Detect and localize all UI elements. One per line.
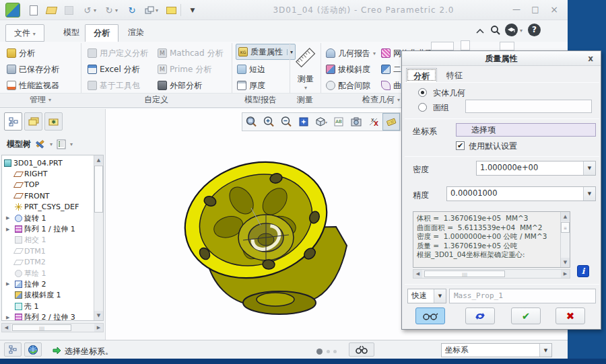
- solid-geometry-radio[interactable]: [418, 88, 427, 97]
- tab-file[interactable]: 文件 ▾: [5, 24, 44, 42]
- zoom-in-button[interactable]: [260, 113, 277, 131]
- selection-filter-dropdown[interactable]: 坐标系 ▼: [441, 343, 552, 357]
- model-3d-part[interactable]: [160, 151, 402, 333]
- search-button[interactable]: [490, 25, 501, 38]
- scroll-down-arrow[interactable]: ▼: [94, 311, 103, 320]
- scroll-right-arrow[interactable]: ▶: [561, 270, 570, 278]
- scrollbar-thumb[interactable]: [94, 166, 103, 213]
- redo-dropdown[interactable]: ▾: [113, 3, 120, 17]
- tree-item-dtm1[interactable]: DTM1: [2, 246, 103, 256]
- scrollbar-thumb[interactable]: ≡: [561, 222, 570, 233]
- zoom-out-button[interactable]: [277, 113, 295, 131]
- tree-filter-list-icon[interactable]: [57, 139, 66, 149]
- help-button[interactable]: ?: [528, 24, 541, 36]
- minimize-button[interactable]: —: [509, 4, 524, 15]
- quilt-collector-field[interactable]: [465, 100, 592, 113]
- expand-arrow-icon[interactable]: ▶: [6, 227, 13, 232]
- close-button[interactable]: ×: [547, 4, 562, 15]
- scrollbar-thumb[interactable]: ||||: [12, 324, 71, 331]
- ribbon-item-draft-check[interactable]: 拔模斜度: [326, 62, 370, 77]
- dialog-tab-analysis[interactable]: 分析: [406, 68, 437, 82]
- tree-vertical-scrollbar[interactable]: ▲ ▼: [94, 155, 103, 320]
- tree-item-extrude-2[interactable]: ▶拉伸 2: [2, 279, 103, 289]
- expand-arrow-icon[interactable]: ▶: [6, 315, 13, 320]
- ok-button[interactable]: ✔: [511, 307, 541, 324]
- density-combo[interactable]: 1.000000e+00 ▼: [476, 161, 596, 176]
- tree-item-datum-top[interactable]: TOP: [2, 180, 103, 190]
- ribbon-item-performance-monitor[interactable]: 性能监视器: [7, 78, 59, 93]
- open-file-button[interactable]: [43, 3, 59, 17]
- dialog-tab-feature[interactable]: 特征: [440, 68, 469, 82]
- regenerate-button[interactable]: ↻: [124, 3, 140, 17]
- navigator-tab-favorites[interactable]: ✱: [44, 112, 63, 131]
- results-text-area[interactable]: 体积 = 1.3670619e+05 MM^3 曲面面积 = 5.6113539…: [413, 211, 570, 268]
- results-vertical-scrollbar[interactable]: ▲ ≡ ▼: [560, 212, 570, 267]
- tree-item-draft[interactable]: 拔模斜度 1: [2, 290, 103, 301]
- repaint-button[interactable]: [295, 113, 312, 131]
- more-commands-button[interactable]: ▼: [184, 3, 201, 17]
- saved-orientations-button[interactable]: AB: [330, 113, 347, 131]
- windows-dropdown[interactable]: ▾: [154, 3, 160, 17]
- ribbon-item-excel-analysis[interactable]: Excel 分析: [88, 62, 140, 77]
- collapse-ribbon-button[interactable]: [475, 27, 485, 36]
- tree-item-part[interactable]: 3D01_04.PRT: [2, 157, 103, 168]
- learning-center-dropdown[interactable]: ▾: [520, 28, 523, 34]
- datum-display-button[interactable]: xX: [365, 113, 382, 131]
- ribbon-item-fit-clearance[interactable]: 配合间隙: [326, 78, 370, 93]
- tree-horizontal-scrollbar[interactable]: ◀ ▶ ||||: [1, 323, 104, 332]
- expand-arrow-icon[interactable]: ▶: [6, 215, 13, 221]
- undo-dropdown[interactable]: ▾: [92, 3, 98, 17]
- ribbon-item-saved-analyses[interactable]: 已保存分析: [7, 62, 59, 77]
- use-default-checkbox[interactable]: ✔: [456, 141, 465, 150]
- quilt-radio[interactable]: [418, 103, 427, 112]
- ribbon-item-thickness[interactable]: 厚度: [237, 78, 265, 93]
- ribbon-item-geometry-report[interactable]: 几何报告▾: [326, 46, 376, 61]
- expand-arrow-icon[interactable]: ▶: [6, 281, 13, 287]
- tab-model[interactable]: 模型: [55, 24, 88, 42]
- results-horizontal-scrollbar[interactable]: ◀ ▶ ||||: [413, 269, 570, 279]
- dialog-close-button[interactable]: x: [584, 52, 597, 65]
- accuracy-combo[interactable]: 0.00001000 ▼: [446, 186, 596, 201]
- tree-tools-icon[interactable]: [35, 139, 46, 149]
- new-file-button[interactable]: [26, 3, 42, 17]
- filter-dropdown-arrow-icon[interactable]: ▼: [539, 344, 551, 357]
- scroll-left-arrow[interactable]: ◀: [2, 324, 11, 332]
- tree-tools-caret[interactable]: ▾: [50, 141, 53, 147]
- view-manager-button[interactable]: [347, 113, 365, 131]
- maximize-button[interactable]: □: [528, 4, 543, 15]
- cancel-button[interactable]: ✖: [556, 307, 585, 324]
- repeat-button[interactable]: [465, 307, 495, 324]
- tree-item-datum-front[interactable]: FRONT: [2, 190, 103, 201]
- browser-button[interactable]: [24, 342, 42, 357]
- ribbon-item-mass-properties[interactable]: KG质量属性▾: [236, 44, 296, 60]
- tree-item-shell[interactable]: 壳 1: [2, 301, 103, 312]
- close-window-button[interactable]: [163, 3, 179, 17]
- display-style-button[interactable]: ▾: [312, 113, 330, 131]
- scroll-up-arrow[interactable]: ▲: [94, 155, 103, 165]
- tree-item-pattern-1[interactable]: ▶阵列 1 / 拉伸 1: [2, 223, 103, 234]
- tab-render[interactable]: 渲染: [120, 24, 152, 42]
- ribbon-item-analysis[interactable]: 分析: [7, 46, 35, 61]
- mode-dropdown-arrow-icon[interactable]: ▼: [434, 289, 446, 303]
- info-button[interactable]: i: [577, 265, 589, 277]
- tree-item-dtm2[interactable]: DTM2: [2, 257, 103, 268]
- scrollbar-thumb[interactable]: ||||: [424, 270, 505, 277]
- learning-center-button[interactable]: [505, 24, 518, 36]
- ribbon-item-short-edge[interactable]: 短边: [237, 62, 265, 77]
- tree-filter-caret[interactable]: ▾: [70, 141, 73, 147]
- analysis-name-field[interactable]: Mass_Prop_1: [449, 289, 596, 303]
- navigator-tab-model-tree[interactable]: [4, 112, 22, 131]
- analysis-mode-dropdown[interactable]: 快速 ▼: [407, 289, 446, 303]
- ribbon-group-manage[interactable]: 管理▾: [0, 93, 81, 106]
- ribbon-item-external-analysis[interactable]: 外部分析: [158, 78, 202, 93]
- accuracy-dropdown-arrow-icon[interactable]: ▼: [583, 187, 595, 201]
- navigator-tab-folder-browser[interactable]: [24, 112, 42, 131]
- find-button[interactable]: [349, 342, 374, 357]
- tree-item-datum-right[interactable]: RIGHT: [2, 168, 103, 179]
- tree-item-revolve[interactable]: ▶旋转 1: [2, 213, 103, 223]
- tree-item-pattern-2[interactable]: ▶阵列 2 / 拉伸 3: [2, 312, 103, 321]
- toggle-navigator-button[interactable]: [4, 342, 22, 357]
- preview-button[interactable]: [415, 307, 445, 324]
- save-button[interactable]: [61, 3, 77, 17]
- tree-item-csys[interactable]: PRT_CSYS_DEF: [2, 202, 103, 213]
